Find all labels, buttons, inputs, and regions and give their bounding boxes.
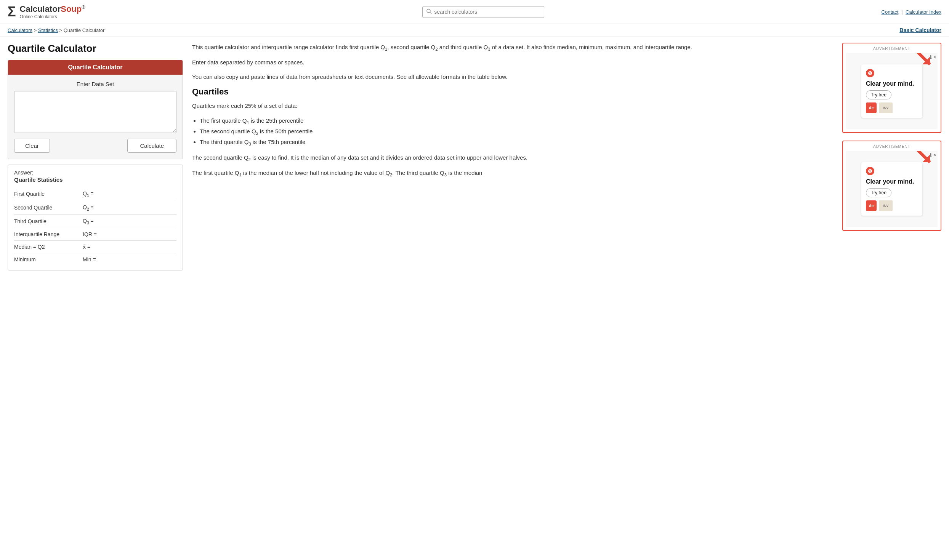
q2-easy-paragraph: The second quartile Q2 is easy to find. …: [192, 153, 833, 163]
intro-paragraph: This quartile calculator and interquarti…: [192, 43, 833, 53]
link-separator: |: [901, 9, 903, 15]
contact-link[interactable]: Contact: [882, 9, 899, 15]
stat-row-iqr: Interquartile Range IQR =: [14, 228, 176, 241]
quartiles-list: The first quartile Q1 is the 25th percen…: [200, 116, 833, 148]
ad-try-btn-1[interactable]: Try free: [866, 90, 891, 99]
page-title: Quartile Calculator: [8, 43, 183, 54]
stat-row-third-quartile: Third Quartile Q3 =: [14, 215, 176, 229]
breadcrumb-arrow2: >: [59, 27, 64, 33]
main-content: Quartile Calculator Quartile Calculator …: [0, 37, 949, 277]
ad-headline-1: Clear your mind.: [866, 80, 918, 87]
bullet-item-3: The third quartile Q3 is the 75th percen…: [200, 137, 833, 148]
ad-label-2: ADVERTISEMENT: [846, 144, 938, 149]
ad-content-1: ℹ × Q Clear your mind. Try free Ac INV: [846, 53, 938, 129]
dataset-textarea[interactable]: [14, 91, 176, 133]
calculator-box: Quartile Calculator Enter Data Set Clear…: [8, 60, 183, 159]
ad-invoice-icon-1: INV: [879, 102, 893, 113]
stat-value-iqr: IQR =: [83, 231, 97, 237]
logo-area: Σ CalculatorSoup® Online Calculators: [8, 4, 85, 20]
right-panel: ADVERTISEMENT ℹ × Q Clear your mind. Try…: [842, 43, 941, 270]
search-bar[interactable]: [422, 6, 544, 18]
calculate-button[interactable]: Calculate: [127, 139, 176, 153]
stat-value-second-quartile: Q2 =: [83, 204, 94, 211]
sigma-icon: Σ: [8, 4, 16, 20]
stat-value-minimum: Min =: [83, 256, 96, 262]
q1-explain-paragraph: The first quartile Q1 is the median of t…: [192, 168, 833, 178]
calculator-index-link[interactable]: Calculator Index: [906, 9, 941, 15]
clear-button[interactable]: Clear: [14, 139, 50, 153]
stat-name-median: Median = Q2: [14, 244, 83, 250]
ad-icons-row-2: Ac INV: [866, 200, 918, 211]
stat-name-second-quartile: Second Quartile: [14, 205, 83, 211]
logo-text: CalculatorSoup® Online Calculators: [20, 4, 85, 19]
logo-name: CalculatorSoup®: [20, 4, 85, 14]
ad-label-1: ADVERTISEMENT: [846, 46, 938, 51]
header-links: Contact | Calculator Index: [882, 9, 941, 15]
answer-title: Quartile Statistics: [14, 176, 176, 183]
logo-reg: ®: [82, 4, 85, 10]
svg-text:Q: Q: [869, 170, 871, 173]
ad-icons-row-1: Ac INV: [866, 102, 918, 113]
breadcrumb-right: Basic Calculator: [899, 27, 941, 33]
basic-calculator-link[interactable]: Basic Calculator: [899, 27, 941, 33]
stat-row-minimum: Minimum Min =: [14, 253, 176, 266]
bullet-item-1: The first quartile Q1 is the 25th percen…: [200, 116, 833, 126]
red-arrow-1: [896, 53, 938, 76]
ad-invoice-icon-2: INV: [879, 200, 893, 211]
ad-red-icon-1: Ac: [866, 102, 877, 113]
ad-try-btn-2[interactable]: Try free: [866, 188, 891, 197]
data-entry-paragraph: Enter data separated by commas or spaces…: [192, 58, 833, 67]
search-input[interactable]: [434, 9, 540, 15]
results-area: Answer: Quartile Statistics First Quarti…: [8, 165, 183, 270]
breadcrumb-current: Quartile Calculator: [64, 27, 105, 33]
stat-value-median: x̃ =: [83, 244, 90, 250]
left-panel: Quartile Calculator Quartile Calculator …: [8, 43, 183, 270]
quartiles-section-title: Quartiles: [192, 87, 833, 97]
quartiles-intro: Quartiles mark each 25% of a set of data…: [192, 101, 833, 110]
bullet-item-2: The second quartile Q2 is the 50th perce…: [200, 126, 833, 137]
breadcrumb: Calculators > Statistics > Quartile Calc…: [0, 24, 949, 37]
header: Σ CalculatorSoup® Online Calculators Con…: [0, 0, 949, 24]
ad-box-1: ADVERTISEMENT ℹ × Q Clear your mind. Try…: [842, 43, 941, 133]
stat-value-third-quartile: Q3 =: [83, 218, 94, 225]
ad-circle-icon-2: Q: [866, 167, 874, 175]
breadcrumb-statistics[interactable]: Statistics: [38, 27, 58, 33]
breadcrumb-calculators[interactable]: Calculators: [8, 27, 32, 33]
svg-text:Q: Q: [869, 72, 871, 75]
logo-soup: Soup: [61, 4, 82, 14]
stat-value-first-quartile: Q1 =: [83, 190, 94, 198]
calc-header: Quartile Calculator: [8, 60, 183, 75]
copy-paste-paragraph: You can also copy and paste lines of dat…: [192, 72, 833, 82]
ad-red-icon-2: Ac: [866, 200, 877, 211]
stat-row-first-quartile: First Quartile Q1 =: [14, 187, 176, 201]
dataset-label: Enter Data Set: [14, 81, 176, 87]
stat-name-third-quartile: Third Quartile: [14, 218, 83, 224]
logo-calculator: Calculator: [20, 4, 61, 14]
breadcrumb-arrow1: >: [34, 27, 38, 33]
stat-name-iqr: Interquartile Range: [14, 231, 83, 237]
calc-body: Enter Data Set Clear Calculate: [8, 75, 183, 159]
stat-row-median: Median = Q2 x̃ =: [14, 241, 176, 253]
ad-circle-icon-1: Q: [866, 69, 874, 77]
ad-box-2: ADVERTISEMENT ℹ × Q Clear your mind. Try…: [842, 141, 941, 231]
search-icon: [426, 9, 432, 15]
answer-label: Answer:: [14, 170, 176, 176]
ad-content-2: ℹ × Q Clear your mind. Try free Ac INV: [846, 151, 938, 227]
logo-subtitle: Online Calculators: [20, 14, 85, 19]
ad-headline-2: Clear your mind.: [866, 178, 918, 185]
svg-point-0: [427, 9, 430, 13]
stat-row-second-quartile: Second Quartile Q2 =: [14, 201, 176, 215]
calc-buttons: Clear Calculate: [14, 139, 176, 153]
red-arrow-2: [896, 151, 938, 174]
middle-content: This quartile calculator and interquarti…: [192, 43, 833, 270]
stat-name-minimum: Minimum: [14, 256, 83, 262]
stat-name-first-quartile: First Quartile: [14, 191, 83, 197]
svg-line-1: [430, 12, 431, 14]
breadcrumb-path: Calculators > Statistics > Quartile Calc…: [8, 27, 104, 33]
